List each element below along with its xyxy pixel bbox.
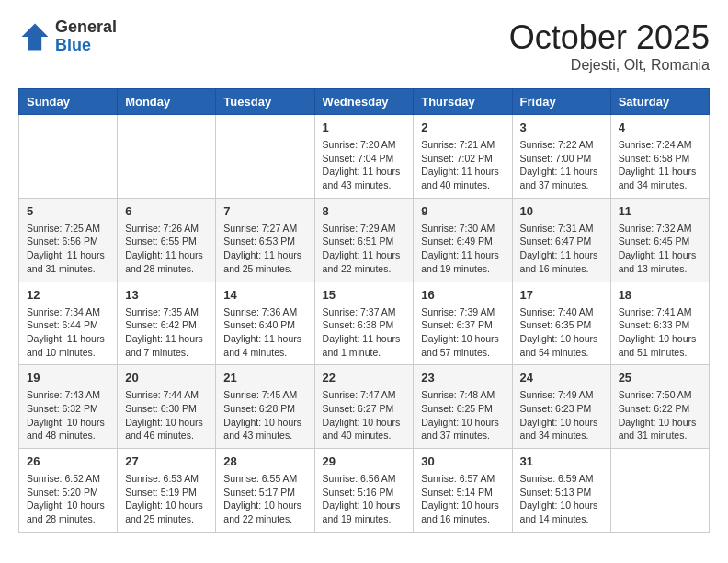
- calendar-cell: 7Sunrise: 7:27 AMSunset: 6:53 PMDaylight…: [216, 198, 314, 282]
- column-header-sunday: Sunday: [19, 89, 118, 115]
- calendar-cell: 22Sunrise: 7:47 AMSunset: 6:27 PMDayligh…: [314, 365, 414, 449]
- logo-text: General Blue: [55, 18, 117, 55]
- day-info: Sunrise: 6:55 AMSunset: 5:17 PMDaylight:…: [223, 472, 306, 526]
- day-number: 5: [27, 204, 109, 218]
- calendar-cell: [19, 115, 118, 199]
- day-number: 15: [323, 288, 406, 302]
- day-number: 8: [323, 204, 406, 218]
- logo-general-text: General: [55, 18, 117, 37]
- day-info: Sunrise: 7:31 AMSunset: 6:47 PMDaylight:…: [520, 222, 603, 276]
- day-number: 2: [421, 121, 504, 134]
- day-info: Sunrise: 7:36 AMSunset: 6:40 PMDaylight:…: [223, 305, 306, 360]
- day-info: Sunrise: 6:57 AMSunset: 5:14 PMDaylight:…: [421, 472, 504, 526]
- day-number: 30: [421, 454, 504, 468]
- day-info: Sunrise: 6:56 AMSunset: 5:16 PMDaylight:…: [323, 472, 406, 526]
- calendar-cell: 31Sunrise: 6:59 AMSunset: 5:13 PMDayligh…: [512, 449, 610, 533]
- day-info: Sunrise: 7:37 AMSunset: 6:38 PMDaylight:…: [323, 305, 406, 360]
- day-number: 28: [223, 454, 306, 468]
- title-block: October 2025 Dejesti, Olt, Romania: [509, 18, 710, 74]
- day-info: Sunrise: 7:32 AMSunset: 6:45 PMDaylight:…: [619, 222, 701, 276]
- calendar-cell: 17Sunrise: 7:40 AMSunset: 6:35 PMDayligh…: [512, 282, 610, 365]
- day-number: 21: [223, 371, 306, 385]
- day-number: 18: [619, 288, 701, 302]
- calendar-cell: 9Sunrise: 7:30 AMSunset: 6:49 PMDaylight…: [414, 198, 512, 282]
- day-info: Sunrise: 7:40 AMSunset: 6:35 PMDaylight:…: [520, 305, 603, 360]
- day-info: Sunrise: 7:49 AMSunset: 6:23 PMDaylight:…: [520, 388, 603, 442]
- day-info: Sunrise: 7:22 AMSunset: 7:00 PMDaylight:…: [520, 138, 603, 192]
- day-number: 27: [125, 454, 208, 468]
- calendar-cell: 24Sunrise: 7:49 AMSunset: 6:23 PMDayligh…: [512, 365, 610, 449]
- calendar-cell: 10Sunrise: 7:31 AMSunset: 6:47 PMDayligh…: [512, 198, 610, 282]
- calendar-cell: [610, 449, 709, 533]
- day-info: Sunrise: 7:29 AMSunset: 6:51 PMDaylight:…: [323, 222, 406, 276]
- day-number: 11: [619, 204, 701, 218]
- calendar-cell: 4Sunrise: 7:24 AMSunset: 6:58 PMDaylight…: [610, 115, 709, 199]
- calendar-cell: 6Sunrise: 7:26 AMSunset: 6:55 PMDaylight…: [118, 198, 216, 282]
- column-header-friday: Friday: [512, 89, 610, 115]
- calendar-cell: 15Sunrise: 7:37 AMSunset: 6:38 PMDayligh…: [314, 282, 414, 365]
- calendar-cell: 25Sunrise: 7:50 AMSunset: 6:22 PMDayligh…: [610, 365, 709, 449]
- day-number: 31: [520, 454, 603, 468]
- calendar-table: SundayMondayTuesdayWednesdayThursdayFrid…: [18, 88, 710, 533]
- day-info: Sunrise: 7:48 AMSunset: 6:25 PMDaylight:…: [421, 388, 504, 442]
- column-header-thursday: Thursday: [414, 89, 512, 115]
- calendar-cell: 28Sunrise: 6:55 AMSunset: 5:17 PMDayligh…: [216, 449, 314, 533]
- calendar-header-row: SundayMondayTuesdayWednesdayThursdayFrid…: [19, 89, 710, 115]
- day-number: 25: [619, 371, 701, 385]
- day-number: 19: [27, 371, 109, 385]
- calendar-cell: 19Sunrise: 7:43 AMSunset: 6:32 PMDayligh…: [19, 365, 118, 449]
- day-number: 10: [520, 204, 603, 218]
- day-number: 16: [421, 288, 504, 302]
- calendar-cell: 13Sunrise: 7:35 AMSunset: 6:42 PMDayligh…: [118, 282, 216, 365]
- calendar-cell: 23Sunrise: 7:48 AMSunset: 6:25 PMDayligh…: [414, 365, 512, 449]
- calendar-cell: 14Sunrise: 7:36 AMSunset: 6:40 PMDayligh…: [216, 282, 314, 365]
- day-number: 14: [223, 288, 306, 302]
- day-number: 22: [323, 371, 406, 385]
- day-info: Sunrise: 7:34 AMSunset: 6:44 PMDaylight:…: [27, 305, 109, 360]
- calendar-cell: 20Sunrise: 7:44 AMSunset: 6:30 PMDayligh…: [118, 365, 216, 449]
- day-number: 29: [323, 454, 406, 468]
- day-number: 26: [27, 454, 109, 468]
- day-number: 4: [619, 121, 701, 134]
- calendar-cell: 2Sunrise: 7:21 AMSunset: 7:02 PMDaylight…: [414, 115, 512, 199]
- calendar-cell: 5Sunrise: 7:25 AMSunset: 6:56 PMDaylight…: [19, 198, 118, 282]
- day-info: Sunrise: 7:39 AMSunset: 6:37 PMDaylight:…: [421, 305, 504, 360]
- calendar-cell: 8Sunrise: 7:29 AMSunset: 6:51 PMDaylight…: [314, 198, 414, 282]
- day-info: Sunrise: 7:50 AMSunset: 6:22 PMDaylight:…: [619, 388, 701, 442]
- calendar-cell: 11Sunrise: 7:32 AMSunset: 6:45 PMDayligh…: [610, 198, 709, 282]
- day-number: 6: [125, 204, 208, 218]
- day-info: Sunrise: 7:41 AMSunset: 6:33 PMDaylight:…: [619, 305, 701, 360]
- day-number: 9: [421, 204, 504, 218]
- day-number: 13: [125, 288, 208, 302]
- day-info: Sunrise: 7:44 AMSunset: 6:30 PMDaylight:…: [125, 388, 208, 442]
- day-info: Sunrise: 7:35 AMSunset: 6:42 PMDaylight:…: [125, 305, 208, 360]
- calendar-cell: [118, 115, 216, 199]
- calendar-cell: 30Sunrise: 6:57 AMSunset: 5:14 PMDayligh…: [414, 449, 512, 533]
- calendar-cell: 29Sunrise: 6:56 AMSunset: 5:16 PMDayligh…: [314, 449, 414, 533]
- day-number: 3: [520, 121, 603, 134]
- column-header-tuesday: Tuesday: [216, 89, 314, 115]
- calendar-cell: [216, 115, 314, 199]
- calendar-week-row: 12Sunrise: 7:34 AMSunset: 6:44 PMDayligh…: [19, 282, 710, 365]
- column-header-wednesday: Wednesday: [314, 89, 414, 115]
- calendar-week-row: 5Sunrise: 7:25 AMSunset: 6:56 PMDaylight…: [19, 198, 710, 282]
- day-info: Sunrise: 6:53 AMSunset: 5:19 PMDaylight:…: [125, 472, 208, 526]
- day-info: Sunrise: 7:26 AMSunset: 6:55 PMDaylight:…: [125, 222, 208, 276]
- day-info: Sunrise: 7:24 AMSunset: 6:58 PMDaylight:…: [619, 138, 701, 192]
- day-number: 23: [421, 371, 504, 385]
- day-number: 12: [27, 288, 109, 302]
- calendar-cell: 21Sunrise: 7:45 AMSunset: 6:28 PMDayligh…: [216, 365, 314, 449]
- column-header-saturday: Saturday: [610, 89, 709, 115]
- calendar-cell: 1Sunrise: 7:20 AMSunset: 7:04 PMDaylight…: [314, 115, 414, 199]
- svg-marker-0: [22, 23, 49, 50]
- day-info: Sunrise: 7:43 AMSunset: 6:32 PMDaylight:…: [27, 388, 109, 442]
- calendar-week-row: 19Sunrise: 7:43 AMSunset: 6:32 PMDayligh…: [19, 365, 710, 449]
- column-header-monday: Monday: [118, 89, 216, 115]
- calendar-cell: 27Sunrise: 6:53 AMSunset: 5:19 PMDayligh…: [118, 449, 216, 533]
- logo-blue-text: Blue: [55, 37, 117, 55]
- day-info: Sunrise: 6:52 AMSunset: 5:20 PMDaylight:…: [27, 472, 109, 526]
- day-info: Sunrise: 7:25 AMSunset: 6:56 PMDaylight:…: [27, 222, 109, 276]
- location: Dejesti, Olt, Romania: [509, 57, 710, 74]
- calendar-cell: 16Sunrise: 7:39 AMSunset: 6:37 PMDayligh…: [414, 282, 512, 365]
- month-title: October 2025: [509, 18, 710, 57]
